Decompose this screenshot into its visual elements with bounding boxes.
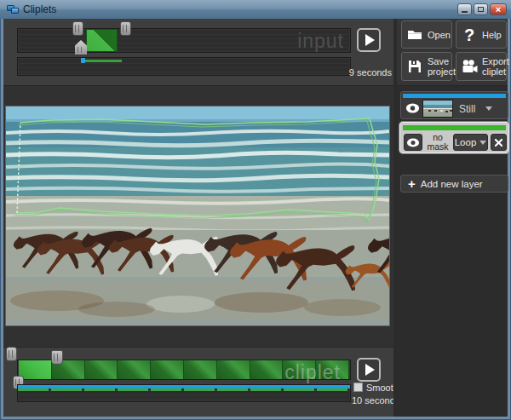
input-play-button[interactable] <box>357 28 381 52</box>
app-area: input 9 seconds <box>3 19 508 417</box>
loop-mode-label: Loop <box>455 137 477 147</box>
cliplet-loop-bar[interactable] <box>19 360 349 379</box>
eye-toggle-button[interactable] <box>404 134 422 151</box>
loop-layer-extent <box>83 60 122 62</box>
smooth-checkbox[interactable] <box>353 383 363 392</box>
add-new-layer-button[interactable]: + Add new layer <box>400 175 508 193</box>
help-label: Help <box>482 30 502 40</box>
layer-type-dropdown[interactable]: Still <box>459 103 475 115</box>
help-button[interactable]: ? Help <box>456 20 507 49</box>
video-still-frame <box>6 106 389 325</box>
loop-segment <box>184 360 217 379</box>
loop-segment <box>250 360 284 379</box>
loop-mode-dropdown[interactable]: Loop <box>453 134 488 151</box>
layers-panel: Still no mask Loop <box>397 85 508 417</box>
play-icon <box>365 34 375 46</box>
open-label: Open <box>428 30 451 40</box>
loop-accent-bar <box>403 125 506 130</box>
loop-segment <box>283 360 316 379</box>
titlebar[interactable]: Cliplets × <box>0 0 511 19</box>
eye-icon[interactable] <box>405 101 420 117</box>
plus-icon: + <box>408 177 416 190</box>
video-camera-icon <box>461 60 478 73</box>
close-icon <box>495 139 502 147</box>
delete-layer-button[interactable] <box>491 134 507 151</box>
folder-icon <box>406 28 423 41</box>
save-project-label: Save project <box>428 56 456 77</box>
question-icon: ? <box>461 30 478 40</box>
eye-icon <box>406 138 420 147</box>
loop-segment <box>118 360 151 379</box>
loop-segment <box>19 360 52 379</box>
still-layer-marker <box>81 58 85 63</box>
save-project-button[interactable]: Save project <box>401 52 452 81</box>
loop-segment <box>85 360 118 379</box>
loop-layer-timeline <box>18 388 350 391</box>
app-icon <box>7 4 19 14</box>
open-button[interactable]: Open <box>401 20 452 49</box>
input-trim-end-handle[interactable] <box>120 21 131 36</box>
cliplet-play-button[interactable] <box>357 358 381 382</box>
maximize-icon <box>478 7 484 12</box>
export-cliplet-label: Export cliplet <box>482 56 509 77</box>
input-timeline-track[interactable] <box>17 28 351 53</box>
cliplet-loop-handle[interactable] <box>51 350 63 365</box>
minimize-button[interactable] <box>457 3 472 15</box>
right-panel: Open ? Help Save project Export cliplet <box>397 19 508 417</box>
loop-segment <box>217 360 250 379</box>
minimize-icon <box>462 11 468 13</box>
input-trim-start-handle[interactable] <box>72 21 83 36</box>
save-icon <box>406 60 423 73</box>
close-icon: × <box>496 4 501 14</box>
still-accent-bar <box>403 94 506 98</box>
input-duration-label: 9 seconds <box>349 67 392 78</box>
input-selection-region[interactable] <box>86 29 118 52</box>
video-canvas[interactable] <box>5 106 390 326</box>
layer-still-row[interactable]: Still <box>400 91 508 119</box>
add-new-layer-label: Add new layer <box>421 179 483 189</box>
play-icon <box>365 364 375 376</box>
close-button[interactable]: × <box>490 3 507 15</box>
cliplet-start-grip-handle[interactable] <box>6 347 17 361</box>
layer-thumbnail <box>422 100 453 118</box>
window-title: Cliplets <box>23 3 56 15</box>
loop-segment <box>316 360 349 379</box>
chevron-down-icon <box>479 141 486 145</box>
cliplet-duration-label: 10 seconds <box>352 395 399 406</box>
layer-loop-row[interactable]: no mask Loop <box>399 122 509 153</box>
cliplets-window: Cliplets × input 9 seconds <box>0 0 511 420</box>
chevron-down-icon[interactable] <box>485 106 492 111</box>
export-cliplet-button[interactable]: Export cliplet <box>456 52 507 81</box>
loop-segment <box>151 360 184 379</box>
mask-status-label: no mask <box>422 133 453 152</box>
input-layers-track[interactable] <box>17 57 351 76</box>
maximize-button[interactable] <box>474 3 488 15</box>
